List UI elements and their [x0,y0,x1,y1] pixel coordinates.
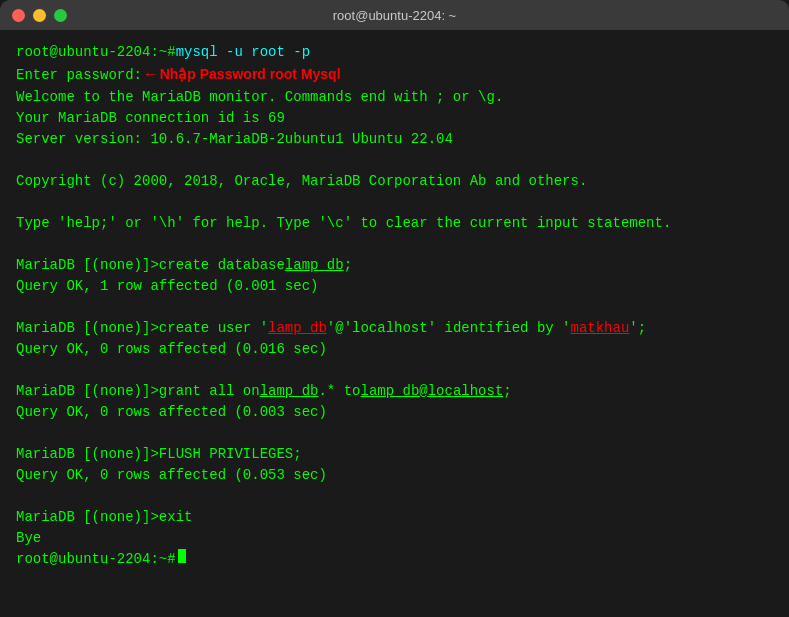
lamp-db-grant: lamp_db [260,381,319,402]
maximize-button[interactable] [54,9,67,22]
password-line: Enter password: ← Nhập Password root Mys… [16,63,773,87]
cursor [178,549,186,563]
version-line: Server version: 10.6.7-MariaDB-2ubuntu1 … [16,129,773,150]
create-user-cmd: create user ' [159,318,268,339]
create-user-line: MariaDB [(none)]> create user ' lamp_db … [16,318,773,339]
grant-cmd: grant all on [159,381,260,402]
create-user-end: '; [629,318,646,339]
command-1: mysql -u root -p [176,42,310,63]
blank-1 [16,150,773,171]
blank-6 [16,423,773,444]
result-1-line: Query OK, 1 row affected (0.001 sec) [16,276,773,297]
bye-line: Bye [16,528,773,549]
blank-7 [16,486,773,507]
mariadb-prompt-3: MariaDB [(none)]> [16,381,159,402]
close-button[interactable] [12,9,25,22]
blank-2 [16,192,773,213]
help-line: Type 'help;' or '\h' for help. Type '\c'… [16,213,773,234]
help-text: Type 'help;' or '\h' for help. Type '\c'… [16,213,671,234]
lamp-db-user: lamp_db [268,318,327,339]
terminal-body[interactable]: root@ubuntu-2204:~# mysql -u root -p Ent… [0,30,789,617]
grant-semi: ; [503,381,511,402]
bye-text: Bye [16,528,41,549]
annotation-text: Nhập Password root Mysql [160,64,341,85]
copyright-line: Copyright (c) 2000, 2018, Oracle, MariaD… [16,171,773,192]
mariadb-prompt-1: MariaDB [(none)]> [16,255,159,276]
final-prompt-line: root@ubuntu-2204:~# [16,549,773,570]
grant-star: .* to [318,381,360,402]
matkhau: matkhau [571,318,630,339]
result-1-text: Query OK, 1 row affected (0.001 sec) [16,276,318,297]
exit-line: MariaDB [(none)]> exit [16,507,773,528]
result-3-text: Query OK, 0 rows affected (0.003 sec) [16,402,327,423]
mariadb-prompt-5: MariaDB [(none)]> [16,507,159,528]
result-4-text: Query OK, 0 rows affected (0.053 sec) [16,465,327,486]
copyright-text: Copyright (c) 2000, 2018, Oracle, MariaD… [16,171,587,192]
at-localhost: '@'localhost' identified by ' [327,318,571,339]
command-line-1: root@ubuntu-2204:~# mysql -u root -p [16,42,773,63]
blank-3 [16,234,773,255]
connid-text: Your MariaDB connection id is 69 [16,108,285,129]
password-label: Enter password: [16,65,142,86]
create-db-semi: ; [344,255,352,276]
grant-line: MariaDB [(none)]> grant all on lamp_db .… [16,381,773,402]
welcome-text: Welcome to the MariaDB monitor. Commands… [16,87,503,108]
prompt-1: root@ubuntu-2204:~# [16,42,176,63]
final-prompt: root@ubuntu-2204:~# [16,549,176,570]
blank-5 [16,360,773,381]
flush-cmd: FLUSH PRIVILEGES; [159,444,302,465]
result-3-line: Query OK, 0 rows affected (0.003 sec) [16,402,773,423]
result-4-line: Query OK, 0 rows affected (0.053 sec) [16,465,773,486]
exit-cmd: exit [159,507,193,528]
welcome-line: Welcome to the MariaDB monitor. Commands… [16,87,773,108]
mariadb-prompt-2: MariaDB [(none)]> [16,318,159,339]
create-db-line: MariaDB [(none)]> create database lamp_d… [16,255,773,276]
terminal-window: root@ubuntu-2204: ~ root@ubuntu-2204:~# … [0,0,789,617]
connid-line: Your MariaDB connection id is 69 [16,108,773,129]
blank-4 [16,297,773,318]
traffic-lights [12,9,67,22]
window-title: root@ubuntu-2204: ~ [333,8,456,23]
create-db-cmd: create database [159,255,285,276]
version-text: Server version: 10.6.7-MariaDB-2ubuntu1 … [16,129,453,150]
arrow-icon: ← [146,63,156,87]
flush-line: MariaDB [(none)]> FLUSH PRIVILEGES; [16,444,773,465]
result-2-text: Query OK, 0 rows affected (0.016 sec) [16,339,327,360]
result-2-line: Query OK, 0 rows affected (0.016 sec) [16,339,773,360]
lamp-db-1: lamp_db [285,255,344,276]
title-bar: root@ubuntu-2204: ~ [0,0,789,30]
lamp-db-localhost: lamp_db@localhost [360,381,503,402]
minimize-button[interactable] [33,9,46,22]
mariadb-prompt-4: MariaDB [(none)]> [16,444,159,465]
